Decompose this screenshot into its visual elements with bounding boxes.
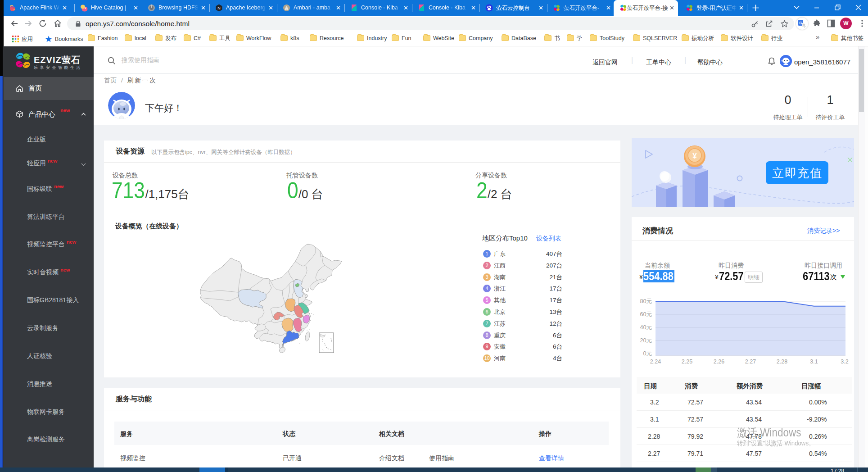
svg-text:2.24: 2.24	[650, 359, 661, 365]
svg-text:2.28: 2.28	[777, 359, 787, 365]
svg-text:0元: 0元	[643, 350, 652, 357]
svg-text:G: G	[799, 21, 802, 25]
svg-text:80元: 80元	[640, 298, 652, 304]
svg-text:3.1: 3.1	[810, 359, 818, 365]
svg-text:¥: ¥	[692, 152, 697, 160]
svg-text:文: 文	[803, 23, 806, 27]
svg-text:N: N	[217, 6, 221, 10]
svg-text:立即充值: 立即充值	[772, 166, 823, 180]
svg-text:40元: 40元	[640, 324, 652, 331]
svg-text:2.27: 2.27	[745, 359, 756, 365]
svg-text:60元: 60元	[640, 311, 652, 318]
svg-text:20元: 20元	[640, 337, 652, 344]
svg-text:2.25: 2.25	[682, 359, 692, 365]
svg-text:2.26: 2.26	[714, 359, 724, 365]
svg-text:3.2: 3.2	[841, 359, 848, 365]
